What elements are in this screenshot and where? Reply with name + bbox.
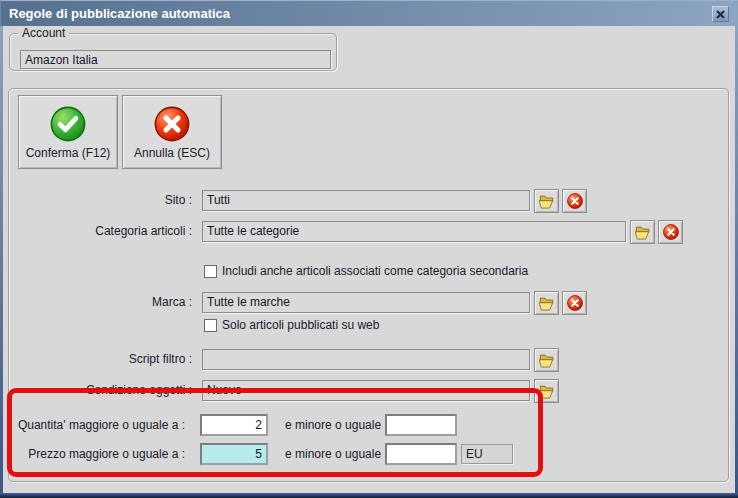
cancel-button-label: Annulla (ESC) bbox=[134, 146, 210, 160]
marca-label: Marca : bbox=[0, 292, 197, 313]
account-field: Amazon Italia bbox=[20, 50, 331, 69]
condizione-field[interactable]: Nuovo bbox=[202, 380, 530, 401]
close-icon bbox=[716, 10, 725, 19]
folder-icon bbox=[633, 224, 652, 241]
red-x-icon bbox=[662, 223, 680, 241]
prezzo-label: Prezzo maggiore o uguale a : bbox=[0, 443, 190, 465]
account-group-label: Account bbox=[18, 26, 69, 40]
condizione-label: Condizione oggetti : bbox=[0, 380, 197, 401]
prezzo-max-input[interactable] bbox=[385, 443, 457, 465]
window-title: Regole di pubblicazione automatica bbox=[9, 6, 230, 21]
window-bottom-edge bbox=[0, 493, 738, 498]
confirm-button-label: Conferma (F12) bbox=[26, 146, 111, 160]
cancel-button[interactable]: Annulla (ESC) bbox=[122, 95, 222, 169]
prezzo-mid-label: e minore o uguale a bbox=[285, 443, 391, 465]
prezzo-min-input[interactable] bbox=[200, 443, 268, 465]
marca-field[interactable]: Tutte le marche bbox=[202, 292, 530, 313]
sito-field[interactable]: Tutti bbox=[202, 190, 530, 211]
sito-clear-button[interactable] bbox=[562, 189, 587, 213]
quantita-label: Quantita' maggiore o uguale a : bbox=[0, 414, 190, 436]
folder-icon bbox=[537, 295, 556, 312]
confirm-button[interactable]: Conferma (F12) bbox=[18, 95, 118, 169]
published-web-label: Solo articoli pubblicati su web bbox=[222, 318, 379, 333]
title-bar[interactable]: Regole di pubblicazione automatica bbox=[0, 0, 738, 26]
published-web-checkbox[interactable] bbox=[204, 319, 217, 332]
condizione-browse-button[interactable] bbox=[534, 379, 559, 403]
sito-browse-button[interactable] bbox=[534, 189, 559, 213]
categoria-field[interactable]: Tutte le categorie bbox=[202, 221, 626, 242]
include-secondary-checkbox[interactable] bbox=[204, 265, 217, 278]
categoria-clear-button[interactable] bbox=[658, 220, 683, 244]
quantita-mid-label: e minore o uguale a bbox=[285, 414, 391, 436]
sito-label: Sito : bbox=[0, 190, 197, 211]
cancel-x-icon bbox=[153, 105, 191, 143]
script-filtro-browse-button[interactable] bbox=[534, 348, 559, 372]
quantita-min-input[interactable] bbox=[200, 414, 268, 436]
categoria-browse-button[interactable] bbox=[630, 220, 655, 244]
confirm-check-icon bbox=[49, 105, 87, 143]
folder-icon bbox=[537, 383, 556, 400]
script-filtro-label: Script filtro : bbox=[0, 349, 197, 370]
script-filtro-field[interactable] bbox=[202, 349, 530, 370]
include-secondary-label: Includi anche articoli associati come ca… bbox=[222, 264, 528, 279]
quantita-max-input[interactable] bbox=[385, 414, 457, 436]
red-x-icon bbox=[566, 192, 584, 210]
folder-icon bbox=[537, 352, 556, 369]
folder-icon bbox=[537, 193, 556, 210]
marca-clear-button[interactable] bbox=[562, 291, 587, 315]
dialog-window: Regole di pubblicazione automatica Accou… bbox=[0, 0, 738, 498]
marca-browse-button[interactable] bbox=[534, 291, 559, 315]
currency-field: EU bbox=[461, 444, 513, 464]
red-x-icon bbox=[566, 294, 584, 312]
close-button[interactable] bbox=[712, 6, 729, 22]
categoria-label: Categoria articoli : bbox=[0, 221, 197, 242]
